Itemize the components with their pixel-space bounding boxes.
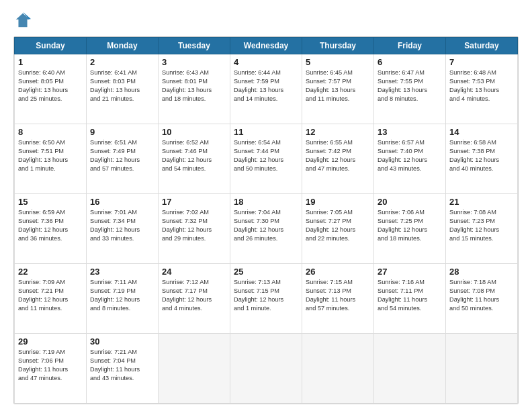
cell-content: Sunrise: 6:48 AMSunset: 7:53 PMDaylight:…: [449, 68, 514, 103]
cell-content: Sunrise: 6:58 AMSunset: 7:38 PMDaylight:…: [449, 138, 514, 173]
day-cell-26: 26Sunrise: 7:15 AMSunset: 7:13 PMDayligh…: [302, 264, 374, 334]
day-cell-2: 2Sunrise: 6:41 AMSunset: 8:03 PMDaylight…: [87, 54, 159, 124]
day-number: 28: [449, 267, 514, 277]
day-number: 29: [18, 336, 83, 347]
day-cell-6: 6Sunrise: 6:47 AMSunset: 7:55 PMDaylight…: [374, 54, 446, 124]
day-cell-3: 3Sunrise: 6:43 AMSunset: 8:01 PMDaylight…: [159, 54, 230, 124]
week-row-5: 29Sunrise: 7:19 AMSunset: 7:06 PMDayligh…: [15, 334, 518, 404]
day-cell-14: 14Sunrise: 6:58 AMSunset: 7:38 PMDayligh…: [446, 124, 518, 194]
day-cell-empty: [374, 334, 446, 404]
day-number: 1: [18, 57, 83, 67]
day-number: 19: [306, 197, 370, 207]
day-number: 26: [306, 267, 370, 277]
header-tuesday: Tuesday: [159, 38, 230, 54]
day-cell-20: 20Sunrise: 7:06 AMSunset: 7:25 PMDayligh…: [374, 194, 446, 264]
header-friday: Friday: [374, 38, 446, 54]
day-number: 13: [378, 127, 442, 137]
header-saturday: Saturday: [446, 38, 518, 54]
day-cell-11: 11Sunrise: 6:54 AMSunset: 7:44 PMDayligh…: [230, 124, 302, 194]
day-cell-empty: [230, 334, 302, 404]
cell-content: Sunrise: 7:13 AMSunset: 7:15 PMDaylight:…: [234, 278, 298, 313]
day-number: 6: [378, 57, 442, 67]
cell-content: Sunrise: 6:52 AMSunset: 7:46 PMDaylight:…: [162, 138, 226, 173]
day-number: 30: [90, 336, 154, 347]
cell-content: Sunrise: 7:15 AMSunset: 7:13 PMDaylight:…: [306, 278, 370, 313]
logo: [13, 11, 35, 30]
day-number: 12: [306, 127, 370, 137]
day-number: 21: [449, 197, 514, 207]
cell-content: Sunrise: 7:08 AMSunset: 7:23 PMDaylight:…: [449, 208, 514, 243]
logo-icon: [13, 11, 32, 30]
day-cell-30: 30Sunrise: 7:21 AMSunset: 7:04 PMDayligh…: [87, 334, 159, 404]
day-number: 20: [378, 197, 442, 207]
day-cell-13: 13Sunrise: 6:57 AMSunset: 7:40 PMDayligh…: [374, 124, 446, 194]
day-number: 18: [234, 197, 298, 207]
cell-content: Sunrise: 7:12 AMSunset: 7:17 PMDaylight:…: [162, 278, 226, 313]
cell-content: Sunrise: 7:18 AMSunset: 7:08 PMDaylight:…: [449, 278, 514, 313]
page: Sunday Monday Tuesday Wednesday Thursday…: [0, 0, 532, 411]
day-number: 9: [90, 127, 154, 137]
cell-content: Sunrise: 7:06 AMSunset: 7:25 PMDaylight:…: [378, 208, 442, 243]
week-row-4: 22Sunrise: 7:09 AMSunset: 7:21 PMDayligh…: [15, 264, 518, 334]
day-number: 17: [162, 197, 226, 207]
day-cell-28: 28Sunrise: 7:18 AMSunset: 7:08 PMDayligh…: [446, 264, 518, 334]
day-cell-27: 27Sunrise: 7:16 AMSunset: 7:11 PMDayligh…: [374, 264, 446, 334]
week-row-2: 8Sunrise: 6:50 AMSunset: 7:51 PMDaylight…: [15, 124, 518, 194]
day-number: 4: [234, 57, 298, 67]
header-sunday: Sunday: [15, 38, 87, 54]
cell-content: Sunrise: 6:55 AMSunset: 7:42 PMDaylight:…: [306, 138, 370, 173]
calendar-table: Sunday Monday Tuesday Wednesday Thursday…: [14, 37, 518, 404]
day-number: 7: [449, 57, 514, 67]
day-cell-empty: [302, 334, 374, 404]
cell-content: Sunrise: 6:51 AMSunset: 7:49 PMDaylight:…: [90, 138, 154, 173]
day-cell-8: 8Sunrise: 6:50 AMSunset: 7:51 PMDaylight…: [15, 124, 87, 194]
day-cell-25: 25Sunrise: 7:13 AMSunset: 7:15 PMDayligh…: [230, 264, 302, 334]
day-cell-empty: [159, 334, 230, 404]
svg-marker-0: [16, 13, 30, 28]
day-number: 24: [162, 267, 226, 277]
cell-content: Sunrise: 6:43 AMSunset: 8:01 PMDaylight:…: [162, 68, 226, 103]
header-thursday: Thursday: [302, 38, 374, 54]
day-header-row: Sunday Monday Tuesday Wednesday Thursday…: [15, 38, 518, 54]
cell-content: Sunrise: 6:41 AMSunset: 8:03 PMDaylight:…: [90, 68, 154, 103]
cell-content: Sunrise: 7:04 AMSunset: 7:30 PMDaylight:…: [234, 208, 298, 243]
day-number: 14: [449, 127, 514, 137]
day-cell-21: 21Sunrise: 7:08 AMSunset: 7:23 PMDayligh…: [446, 194, 518, 264]
day-number: 22: [18, 267, 83, 277]
cell-content: Sunrise: 6:47 AMSunset: 7:55 PMDaylight:…: [378, 68, 442, 103]
week-row-1: 1Sunrise: 6:40 AMSunset: 8:05 PMDaylight…: [15, 54, 518, 124]
day-cell-16: 16Sunrise: 7:01 AMSunset: 7:34 PMDayligh…: [87, 194, 159, 264]
cell-content: Sunrise: 7:01 AMSunset: 7:34 PMDaylight:…: [90, 208, 154, 243]
day-number: 3: [162, 57, 226, 67]
cell-content: Sunrise: 6:59 AMSunset: 7:36 PMDaylight:…: [18, 208, 83, 243]
cell-content: Sunrise: 7:09 AMSunset: 7:21 PMDaylight:…: [18, 278, 83, 313]
day-number: 8: [18, 127, 83, 137]
day-cell-4: 4Sunrise: 6:44 AMSunset: 7:59 PMDaylight…: [230, 54, 302, 124]
cell-content: Sunrise: 7:19 AMSunset: 7:06 PMDaylight:…: [18, 348, 83, 383]
cell-content: Sunrise: 7:05 AMSunset: 7:27 PMDaylight:…: [306, 208, 370, 243]
day-cell-7: 7Sunrise: 6:48 AMSunset: 7:53 PMDaylight…: [446, 54, 518, 124]
calendar: Sunday Monday Tuesday Wednesday Thursday…: [13, 36, 519, 404]
cell-content: Sunrise: 7:11 AMSunset: 7:19 PMDaylight:…: [90, 278, 154, 313]
day-number: 5: [306, 57, 370, 67]
day-cell-10: 10Sunrise: 6:52 AMSunset: 7:46 PMDayligh…: [159, 124, 230, 194]
cell-content: Sunrise: 7:21 AMSunset: 7:04 PMDaylight:…: [90, 348, 154, 383]
day-number: 25: [234, 267, 298, 277]
cell-content: Sunrise: 7:16 AMSunset: 7:11 PMDaylight:…: [378, 278, 442, 313]
day-cell-empty: [446, 334, 518, 404]
cell-content: Sunrise: 6:40 AMSunset: 8:05 PMDaylight:…: [18, 68, 83, 103]
day-cell-12: 12Sunrise: 6:55 AMSunset: 7:42 PMDayligh…: [302, 124, 374, 194]
cell-content: Sunrise: 7:02 AMSunset: 7:32 PMDaylight:…: [162, 208, 226, 243]
header-monday: Monday: [87, 38, 159, 54]
day-cell-23: 23Sunrise: 7:11 AMSunset: 7:19 PMDayligh…: [87, 264, 159, 334]
day-cell-22: 22Sunrise: 7:09 AMSunset: 7:21 PMDayligh…: [15, 264, 87, 334]
day-number: 2: [90, 57, 154, 67]
day-number: 11: [234, 127, 298, 137]
day-cell-24: 24Sunrise: 7:12 AMSunset: 7:17 PMDayligh…: [159, 264, 230, 334]
day-cell-1: 1Sunrise: 6:40 AMSunset: 8:05 PMDaylight…: [15, 54, 87, 124]
header-wednesday: Wednesday: [230, 38, 302, 54]
day-cell-5: 5Sunrise: 6:45 AMSunset: 7:57 PMDaylight…: [302, 54, 374, 124]
day-cell-19: 19Sunrise: 7:05 AMSunset: 7:27 PMDayligh…: [302, 194, 374, 264]
day-number: 15: [18, 197, 83, 207]
cell-content: Sunrise: 6:50 AMSunset: 7:51 PMDaylight:…: [18, 138, 83, 173]
